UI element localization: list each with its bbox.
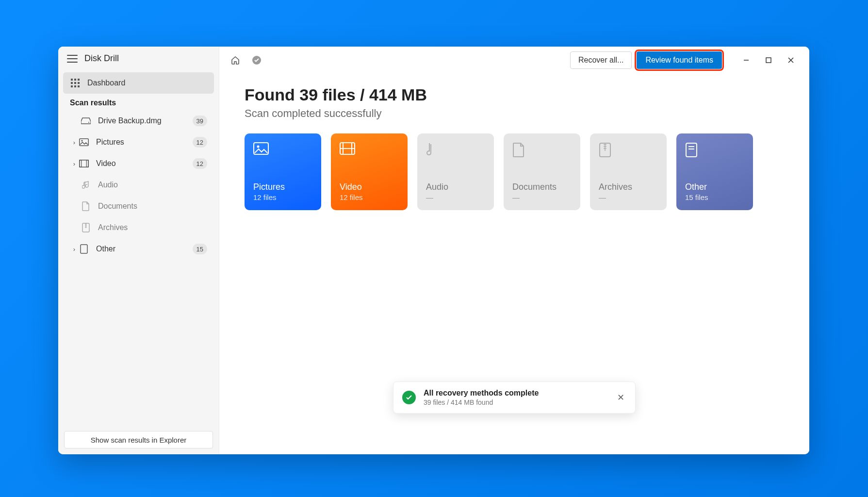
recover-all-button[interactable]: Recover all... (570, 51, 632, 69)
film-icon (340, 142, 355, 158)
category-cards: Pictures 12 files Video 12 files Audio — (245, 133, 784, 210)
svg-point-9 (88, 122, 89, 123)
sidebar-label: Dashboard (87, 79, 125, 87)
count-badge: 15 (193, 244, 207, 254)
card-subtitle: 12 files (340, 193, 399, 201)
music-icon (81, 180, 91, 190)
sidebar-item-other[interactable]: › Other 15 (63, 238, 214, 260)
check-circle-icon (402, 391, 416, 404)
card-documents[interactable]: Documents — (504, 133, 580, 210)
maximize-icon[interactable] (758, 52, 779, 68)
grid-icon (70, 78, 81, 88)
svg-rect-5 (78, 82, 80, 84)
toast-notification: All recovery methods complete 39 files /… (393, 381, 636, 414)
home-icon[interactable] (227, 52, 244, 68)
card-video[interactable]: Video 12 files (331, 133, 408, 210)
sidebar-list: Dashboard Scan results Drive Backup.dmg … (58, 70, 219, 425)
card-subtitle: 15 files (685, 193, 744, 201)
card-title: Video (340, 182, 399, 192)
sidebar-label: Archives (98, 223, 128, 232)
card-title: Pictures (253, 182, 312, 192)
close-icon[interactable] (780, 52, 802, 68)
svg-rect-6 (71, 85, 73, 87)
sidebar-item-drive[interactable]: Drive Backup.dmg 39 (63, 110, 214, 132)
card-archives[interactable]: Archives — (590, 133, 667, 210)
card-subtitle: — (512, 193, 572, 201)
app-window: Disk Drill Dashboard Scan results Drive … (58, 47, 809, 454)
archive-icon (81, 222, 91, 233)
image-icon (79, 137, 89, 148)
card-audio[interactable]: Audio — (417, 133, 494, 210)
sidebar-item-pictures[interactable]: › Pictures 12 (63, 132, 214, 153)
svg-rect-22 (254, 143, 268, 154)
svg-rect-10 (80, 139, 89, 146)
document-icon (81, 201, 91, 212)
toast-subtitle: 39 files / 414 MB found (424, 398, 607, 406)
close-icon[interactable]: ✕ (615, 390, 626, 405)
chevron-right-icon: › (70, 139, 79, 146)
svg-rect-3 (71, 82, 73, 84)
sidebar-label: Audio (98, 181, 118, 189)
count-badge: 12 (193, 137, 207, 148)
sidebar-item-audio[interactable]: Audio (63, 174, 214, 196)
file-icon (685, 142, 701, 158)
main-panel: Recover all... Review found items Found … (219, 47, 809, 454)
sidebar-footer: Show scan results in Explorer (58, 425, 219, 454)
card-title: Other (685, 182, 744, 192)
card-subtitle: — (426, 193, 485, 201)
review-found-items-button[interactable]: Review found items (637, 51, 722, 69)
toolbar: Recover all... Review found items (219, 47, 809, 74)
card-other[interactable]: Other 15 files (676, 133, 753, 210)
card-title: Documents (512, 182, 572, 192)
sidebar-section-title: Scan results (63, 94, 214, 110)
svg-point-11 (81, 140, 82, 141)
drive-icon (81, 116, 91, 126)
svg-rect-0 (71, 79, 73, 81)
check-badge-icon[interactable] (248, 52, 265, 68)
minimize-icon[interactable] (736, 52, 757, 68)
file-icon (79, 244, 89, 254)
image-icon (253, 142, 269, 158)
page-title: Found 39 files / 414 MB (245, 85, 784, 104)
svg-rect-2 (78, 79, 80, 81)
app-title: Disk Drill (84, 53, 119, 64)
music-icon (426, 142, 442, 158)
sidebar-label: Drive Backup.dmg (98, 116, 162, 125)
sidebar-header: Disk Drill (58, 47, 219, 70)
sidebar-item-dashboard[interactable]: Dashboard (63, 72, 214, 94)
svg-point-23 (257, 146, 260, 148)
menu-icon[interactable] (67, 55, 78, 63)
count-badge: 12 (193, 158, 207, 169)
content: Found 39 files / 414 MB Scan completed s… (219, 74, 809, 222)
count-badge: 39 (193, 116, 207, 126)
card-subtitle: — (599, 193, 658, 201)
sidebar-item-video[interactable]: › Video 12 (63, 153, 214, 174)
sidebar-label: Pictures (96, 138, 124, 147)
show-in-explorer-button[interactable]: Show scan results in Explorer (64, 431, 213, 448)
svg-rect-12 (80, 160, 89, 167)
svg-rect-8 (78, 85, 80, 87)
sidebar-item-documents[interactable]: Documents (63, 196, 214, 217)
sidebar-item-archives[interactable]: Archives (63, 217, 214, 238)
toast-title: All recovery methods complete (424, 389, 607, 398)
card-pictures[interactable]: Pictures 12 files (245, 133, 321, 210)
svg-rect-29 (686, 143, 697, 157)
sidebar-label: Video (96, 159, 116, 168)
svg-rect-4 (74, 82, 76, 84)
chevron-right-icon: › (70, 246, 79, 253)
page-subtitle: Scan completed successfully (245, 107, 784, 120)
svg-rect-16 (81, 245, 87, 253)
toast-text: All recovery methods complete 39 files /… (424, 389, 607, 406)
svg-rect-19 (766, 58, 771, 63)
svg-rect-7 (74, 85, 76, 87)
card-title: Audio (426, 182, 485, 192)
sidebar-label: Documents (98, 202, 137, 211)
chevron-right-icon: › (70, 160, 79, 167)
card-subtitle: 12 files (253, 193, 312, 201)
document-icon (512, 142, 528, 158)
window-controls (736, 52, 802, 68)
sidebar: Disk Drill Dashboard Scan results Drive … (58, 47, 219, 454)
svg-rect-1 (74, 79, 76, 81)
archive-icon (599, 142, 614, 158)
video-icon (79, 158, 89, 169)
